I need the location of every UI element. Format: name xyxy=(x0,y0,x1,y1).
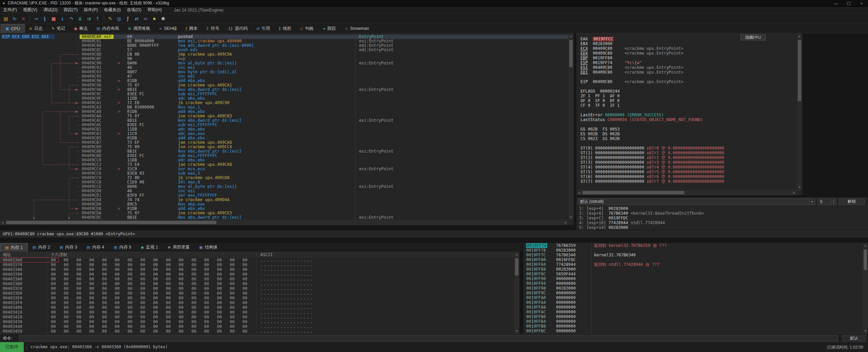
disasm-row[interactable]: 00409CC683E8 03sub eax,3 xyxy=(0,171,568,176)
menu-item-i[interactable]: 收藏夹(I) xyxy=(101,7,124,14)
argument-row[interactable]: 2: [esp+8] 767B6340 <kernel32.BaseThread… xyxy=(579,211,704,216)
stack-vertical-scrollbar[interactable]: ▴ ▾ xyxy=(863,243,868,334)
dump-row[interactable]: 004033A000 00 00 00 00 00 00 00 00 00 00… xyxy=(0,277,514,281)
register-line[interactable]: ST(5) 00000000000000000000 x87r5 空 0.000… xyxy=(580,170,724,174)
register-line[interactable] xyxy=(580,108,724,113)
close-button[interactable]: × xyxy=(855,0,868,7)
tab-source[interactable]: {}源代码 xyxy=(224,24,252,33)
stack-row[interactable]: 0019FF800019FFDC xyxy=(524,257,863,262)
stack-row[interactable]: 0019FF9000000000 xyxy=(524,276,863,281)
disasm-row[interactable]: 00409CBB8B1Emov ebx,dword ptr ds:[esi]es… xyxy=(0,149,568,154)
scroll-down-icon[interactable]: ▾ xyxy=(568,214,574,220)
register-line[interactable]: ST(0) 00000000000000000000 x87r0 空 0.000… xyxy=(580,146,724,151)
register-line[interactable]: EBX 00283000 xyxy=(580,41,724,46)
step-into-icon[interactable]: ↓ xyxy=(58,15,67,23)
register-line[interactable]: ST(2) 00000000000000000000 x87r2 空 0.000… xyxy=(580,155,724,160)
disasm-row[interactable]: 00409C9547inc edi xyxy=(0,74,568,79)
dump-row[interactable]: 0040345000 00 00 00 00 00 00 00 00 00 00… xyxy=(0,329,514,334)
trace-into-icon[interactable]: ⇊ xyxy=(76,15,84,23)
disasm-row[interactable]: 00409C9875 07jne crackme upx.409CA1 xyxy=(0,83,568,87)
scroll-down-icon[interactable]: ▾ xyxy=(514,328,519,334)
dump-row[interactable]: 0040343000 00 00 00 00 00 00 00 00 00 00… xyxy=(0,319,514,324)
dump-row[interactable]: 004033C000 00 00 00 00 00 00 00 00 00 00… xyxy=(0,286,514,291)
disasm-row[interactable]: 00409CAC8B1Emov ebx,dword ptr ds:[esi]es… xyxy=(0,118,568,123)
register-line[interactable]: LastStatus C0000034 (STATUS_OBJECT_NAME_… xyxy=(580,117,724,122)
register-line[interactable]: ST(6) 00000000000000000000 x87r6 空 0.000… xyxy=(580,174,724,179)
disasm-row[interactable]: 00409C9C83EE FCsub esi,FFFFFFFC xyxy=(0,92,568,96)
stack-row[interactable]: 0019FF9400000000 xyxy=(524,281,863,286)
tab-dump-1[interactable]: ▤内存 1 xyxy=(0,243,28,252)
run-to-return-icon[interactable]: ↑ xyxy=(93,15,102,23)
stack-row[interactable]: 0019FF7C767B6340kernel32.767B6340 xyxy=(524,253,863,257)
tab-threads[interactable]: ∥线程 xyxy=(274,24,296,33)
tab-dump-4[interactable]: ▤内存 4 xyxy=(82,243,109,252)
disasm-row[interactable]: 00409C90>8A06mov al,byte ptr ds:[esi]esi… xyxy=(0,61,568,65)
menu-item-t[interactable]: 跟踪(T) xyxy=(61,7,81,14)
scroll-up-icon[interactable]: ▴ xyxy=(863,243,868,248)
register-line[interactable]: EIP 00409C80 <crackme upx.EntryPoint> xyxy=(580,79,724,84)
minimize-button[interactable]: — xyxy=(829,0,842,7)
disasm-row[interactable]: 00409CAA75 07jne crackme upx.409CB3 xyxy=(0,114,568,118)
tab-memory-map[interactable]: ▤内存布局 xyxy=(92,24,123,33)
stack-row[interactable]: 0019FFB400000000 xyxy=(524,319,863,324)
tab-struct[interactable]: ▦结构体 xyxy=(194,243,222,252)
register-line[interactable]: ESI 00409C80 <crackme upx.EntryPoint> xyxy=(580,65,724,70)
scrollbar-thumb[interactable] xyxy=(864,250,867,270)
stack-row[interactable]: 0019FF9C00000000 xyxy=(524,291,863,295)
menu-item-d[interactable]: 调试(D) xyxy=(40,7,61,14)
disasm-row[interactable]: 00409CD8>01DBadd ebx,ebx xyxy=(0,207,568,211)
scrollbar-thumb[interactable] xyxy=(583,191,684,194)
menu-item-v[interactable]: 视图(V) xyxy=(20,7,40,14)
references-icon[interactable]: ⇄ xyxy=(132,15,141,23)
disasm-row[interactable]: 00409CB773 EFjae crackme upx.409CA8 xyxy=(0,140,568,145)
close-icon[interactable]: × xyxy=(19,15,28,23)
dump-row[interactable]: 004033F000 00 00 00 00 00 00 00 00 00 00… xyxy=(0,300,514,305)
tab-watch-1[interactable]: ◉监视 1 xyxy=(136,243,163,252)
menu-item-p[interactable]: 插件(P) xyxy=(81,7,101,14)
registers-horizontal-scrollbar[interactable]: ◂ ▸ xyxy=(576,190,797,195)
register-line[interactable] xyxy=(580,84,724,89)
dump-row[interactable]: 004033D000 00 00 00 00 00 00 00 00 00 00… xyxy=(0,291,514,296)
disasm-row[interactable]: 00409CB975 09jne crackme upx.409CC4 xyxy=(0,145,568,149)
scroll-up-icon[interactable]: ▴ xyxy=(568,33,574,39)
disasm-row[interactable]: 00409C9246inc esi xyxy=(0,65,568,70)
dump-row[interactable]: 0040341000 00 00 00 00 00 00 00 00 00 00… xyxy=(0,310,514,315)
register-line[interactable]: ST(7) 00000000000000000000 x87r7 空 0.000… xyxy=(580,179,724,184)
stack-row[interactable]: 0019FF9800283000 xyxy=(524,286,863,291)
favourites-icon[interactable]: ★ xyxy=(150,15,159,23)
register-line[interactable]: LastError 00000000 (ERROR_SUCCESS) xyxy=(580,113,724,117)
disasm-row[interactable]: 00409CA3B8 01000000mov eax,1 xyxy=(0,105,568,110)
scrollbar-thumb[interactable] xyxy=(515,258,518,275)
register-line[interactable]: CF 0 TF 0 IF 1 xyxy=(580,103,724,108)
scrollbar-thumb[interactable] xyxy=(569,40,573,67)
settings-icon[interactable]: ✱ xyxy=(159,15,167,23)
disasm-row[interactable]: 00409CD183F0 FFxor eax,FFFFFFFF xyxy=(0,193,568,198)
disasm-row[interactable]: 00409C9A>8B1Emov ebx,dword ptr ds:[esi]e… xyxy=(0,87,568,92)
tab-dump-3[interactable]: ▤内存 3 xyxy=(55,243,82,252)
disasm-row[interactable]: 00409CDA75 07jne crackme upx.409CE3 xyxy=(0,211,568,215)
scroll-left-icon[interactable]: ◂ xyxy=(576,190,582,195)
dump-row[interactable]: 0040344000 00 00 00 00 00 00 00 00 00 00… xyxy=(0,324,514,329)
argument-count-stepper[interactable]: 5 ▴▾ xyxy=(818,198,836,205)
tab-breakpoints[interactable]: ●断点 xyxy=(70,24,92,33)
register-line[interactable]: ST(3) 00000000000000000000 x87r3 空 0.000… xyxy=(580,160,724,165)
register-line[interactable]: ES 002B DS 002B xyxy=(580,132,724,136)
scroll-right-icon[interactable]: ▸ xyxy=(563,220,568,225)
register-line[interactable]: ESP 0019FF74 "Yc\{w" xyxy=(580,60,724,65)
disasm-row[interactable]: 00409CC011DBadc ebx,ebx xyxy=(0,158,568,162)
dump-row[interactable]: 0040336000 00 00 00 00 00 00 00 00 00 00… xyxy=(0,258,514,262)
disasm-row[interactable]: 00409C938807mov byte ptr ds:[edi],al xyxy=(0,70,568,74)
tab-log[interactable]: ≡日志 xyxy=(25,24,47,33)
disasm-row[interactable]: 00409CD474 74je crackme upx.409D4A xyxy=(0,198,568,202)
disasm-row[interactable]: 00409CDC8B1Emov ebx,dword ptr ds:[esi]es… xyxy=(0,215,568,220)
argument-row[interactable]: 4: [esp+10] 77428944 ntdll.77428944 xyxy=(579,220,704,225)
open-file-icon[interactable]: ▤ xyxy=(1,15,10,23)
tab-handles[interactable]: ◇句柄 xyxy=(296,24,318,33)
register-line[interactable]: EDI 00409C80 <crackme upx.EntryPoint> xyxy=(580,70,724,75)
pause-icon[interactable]: ∥ xyxy=(40,15,49,23)
goto-icon[interactable]: ◎ xyxy=(115,15,123,23)
disasm-row[interactable]: 00409CB501DBadd ebx,ebx xyxy=(0,136,568,140)
register-line[interactable] xyxy=(580,122,724,127)
dump-row[interactable]: 0040338000 00 00 00 00 00 00 00 00 00 00… xyxy=(0,267,514,272)
disasm-row[interactable]: 00409C80 <cr60pushadEntryPoint xyxy=(0,35,568,39)
